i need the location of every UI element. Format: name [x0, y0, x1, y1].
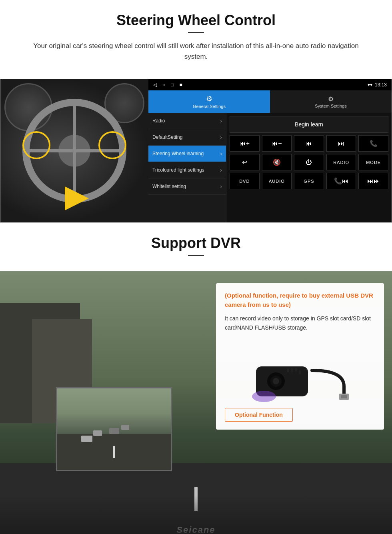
vol-up-btn[interactable]: ⏮+: [230, 135, 260, 152]
menu-tricoloured-label: Tricoloured light settings: [152, 167, 204, 174]
dvr-camera-thumbnail: [56, 387, 172, 471]
vol-down-btn[interactable]: ⏮−: [262, 135, 292, 152]
android-body: Radio › DefaultSetting › Steering Wheel …: [148, 113, 392, 222]
chevron-icon: ›: [220, 183, 222, 190]
power-btn[interactable]: ⏻: [294, 154, 324, 170]
mini-car-4: [121, 425, 129, 430]
menu-item-steering[interactable]: Steering Wheel learning ›: [148, 146, 226, 162]
menu-item-tricoloured[interactable]: Tricoloured light settings ›: [148, 162, 226, 178]
hangup-btn[interactable]: ↩: [230, 154, 260, 170]
tab-system-label: System Settings: [315, 104, 346, 108]
mini-car-3: [109, 428, 119, 434]
menu-item-whitelist[interactable]: Whitelist setting ›: [148, 178, 226, 195]
dvr-description: It can record video only to storage in G…: [225, 314, 375, 332]
control-row-1: ⏮+ ⏮− ⏮ ⏭ 📞: [230, 135, 388, 152]
android-ui-panel: ◁ ○ □ ■ ▾▾ 13:13 ⚙ General Settings ⚙: [148, 79, 392, 222]
tab-general-settings[interactable]: ⚙ General Settings: [148, 90, 270, 113]
steering-header: Steering Wheel Control Your original car…: [0, 0, 392, 79]
audio-btn[interactable]: AUDIO: [262, 173, 292, 189]
phone-btn[interactable]: 📞: [358, 135, 388, 152]
menu-item-default[interactable]: DefaultSetting ›: [148, 129, 226, 146]
chevron-icon: ›: [220, 150, 222, 157]
tab-system-settings[interactable]: ⚙ System Settings: [270, 90, 392, 113]
steering-title: Steering Wheel Control: [16, 12, 376, 29]
recents-icon[interactable]: □: [171, 82, 174, 88]
chevron-icon: ›: [220, 118, 222, 124]
spoke-vertical: [73, 106, 76, 196]
mode-btn[interactable]: MODE: [358, 154, 388, 170]
thumbnail-road: [57, 434, 171, 470]
steering-wheel-section: Steering Wheel Control Your original car…: [0, 0, 392, 223]
button-highlight-right: [98, 131, 126, 159]
home-icon[interactable]: ○: [162, 82, 165, 88]
dvr-optional-text: (Optional function, require to buy exter…: [225, 291, 375, 309]
system-icon: ⚙: [328, 95, 334, 103]
statusbar-right: ▾▾ 13:13: [368, 82, 387, 88]
thumbnail-road-line: [113, 446, 115, 458]
control-panel: Begin learn ⏮+ ⏮− ⏮ ⏭ 📞 ↩ 🔇 ⏻ RADIO: [226, 113, 392, 222]
button-highlight-left: [22, 131, 50, 159]
dvr-product-image: [240, 338, 360, 402]
dvr-dashboard: [0, 495, 392, 534]
settings-tabs: ⚙ General Settings ⚙ System Settings: [148, 90, 392, 113]
menu-whitelist-label: Whitelist setting: [152, 184, 186, 190]
dvr-title-area: Support DVR: [0, 223, 392, 271]
dvr-title: Support DVR: [16, 235, 376, 252]
dvr-street: (Optional function, require to buy exter…: [0, 271, 392, 534]
android-statusbar: ◁ ○ □ ■ ▾▾ 13:13: [148, 79, 392, 90]
chevron-icon: ›: [220, 134, 222, 140]
svg-point-5: [273, 378, 279, 384]
title-divider: [188, 32, 204, 33]
optional-badge-label: Optional Function: [225, 408, 293, 422]
menu-item-radio[interactable]: Radio ›: [148, 113, 226, 129]
nav-buttons: ◁ ○ □ ■: [153, 82, 182, 88]
mini-car-2: [93, 430, 102, 436]
settings-menu: Radio › DefaultSetting › Steering Wheel …: [148, 113, 226, 222]
control-row-3: DVD AUDIO GPS 📞⏮ ⏭⏭: [230, 173, 388, 189]
menu-steering-label: Steering Wheel learning: [152, 151, 204, 157]
menu-icon[interactable]: ■: [180, 82, 182, 88]
begin-learn-button[interactable]: Begin learn: [230, 116, 388, 133]
menu-default-label: DefaultSetting: [152, 134, 182, 141]
control-row-2: ↩ 🔇 ⏻ RADIO MODE: [230, 154, 388, 170]
optional-function-badge: Optional Function: [225, 402, 375, 422]
back-icon[interactable]: ◁: [153, 82, 157, 88]
mini-car-1: [81, 436, 92, 442]
time-display: 13:13: [375, 82, 387, 88]
phone-next-btn[interactable]: ⏭⏭: [358, 173, 388, 189]
steering-composite: ◁ ○ □ ■ ▾▾ 13:13 ⚙ General Settings ⚙: [0, 79, 392, 223]
tab-general-label: General Settings: [193, 104, 226, 109]
gear-icon: ⚙: [206, 94, 212, 103]
chevron-icon: ›: [220, 167, 222, 173]
arrow-shape: [65, 186, 89, 210]
signal-icon: ▾▾: [368, 82, 372, 88]
dvr-info-card: (Optional function, require to buy exter…: [216, 283, 384, 430]
thumbnail-inner: [57, 388, 171, 470]
phone-prev-btn[interactable]: 📞⏮: [326, 173, 356, 189]
dvr-section: Support DVR: [0, 223, 392, 534]
radio-btn[interactable]: RADIO: [326, 154, 356, 170]
dvd-btn[interactable]: DVD: [230, 173, 260, 189]
steering-subtitle: Your original car's steering wheel contr…: [24, 40, 368, 62]
mute-btn[interactable]: 🔇: [262, 154, 292, 170]
dvr-camera-svg: [240, 338, 360, 402]
arrow-indicator: [65, 186, 97, 210]
svg-point-6: [252, 391, 276, 402]
gps-btn[interactable]: GPS: [294, 173, 324, 189]
dvr-divider: [188, 255, 204, 256]
menu-radio-label: Radio: [152, 118, 165, 124]
dvr-background: (Optional function, require to buy exter…: [0, 271, 392, 534]
steering-photo: [0, 79, 148, 222]
prev-btn[interactable]: ⏮: [294, 135, 324, 152]
next-btn[interactable]: ⏭: [326, 135, 356, 152]
steering-wheel-bg: [0, 79, 148, 222]
svg-rect-1: [341, 395, 347, 398]
